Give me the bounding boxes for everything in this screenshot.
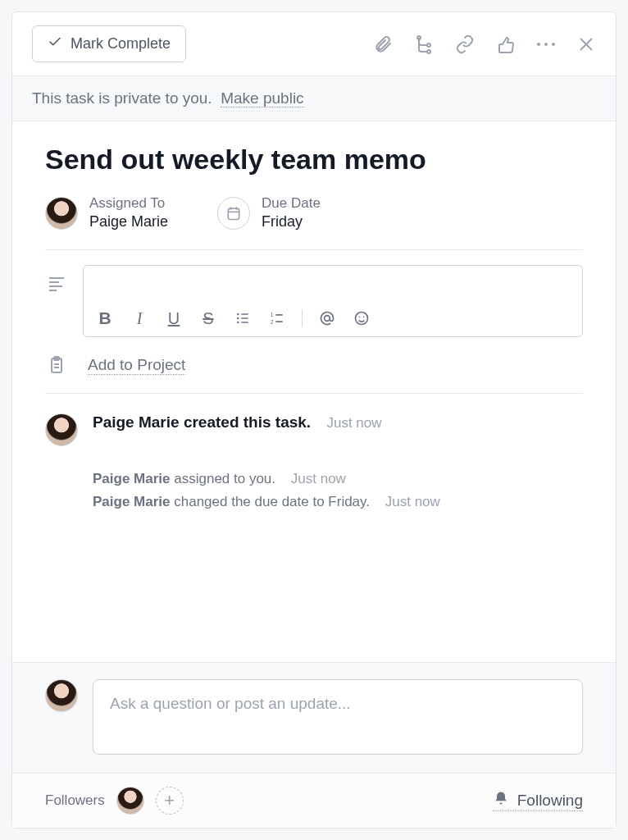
description-section: B I U S 12 [45,250,583,355]
activity-feed: Paige Marie created this task. Just now … [45,394,583,510]
add-to-project-link[interactable]: Add to Project [88,356,185,375]
toolbar-separator [302,309,303,327]
follower-avatar[interactable] [116,787,144,815]
project-section: Add to Project [45,355,583,394]
subtasks-icon[interactable] [414,34,434,54]
bold-button[interactable]: B [95,308,115,328]
underline-button[interactable]: U [164,308,184,328]
align-left-icon [45,265,68,293]
more-icon[interactable] [537,43,555,46]
following-toggle[interactable]: Following [493,790,583,811]
activity-sub-item: Paige Marie changed the due date to Frid… [93,494,583,510]
followers-label: Followers [45,792,105,809]
numbered-list-button[interactable]: 12 [267,308,287,328]
strikethrough-button[interactable]: S [198,308,218,328]
assignee-avatar [45,197,78,230]
svg-point-25 [359,317,361,318]
following-label: Following [517,792,583,810]
activity-item: Paige Marie created this task. Just now [45,413,583,446]
attachment-icon[interactable] [373,34,393,54]
task-title[interactable]: Send out weekly team memo [45,143,583,176]
check-icon [48,34,62,53]
activity-sub-item: Paige Marie assigned to you. Just now [93,471,583,487]
description-input[interactable] [84,266,582,302]
svg-text:1: 1 [271,312,274,317]
svg-text:2: 2 [271,319,274,325]
emoji-button[interactable] [352,308,371,328]
assigned-to-label: Assigned To [89,194,168,212]
link-icon[interactable] [455,34,475,54]
toolbar-actions [373,34,596,54]
task-toolbar: Mark Complete [12,12,616,76]
editor-toolbar: B I U S 12 [84,302,582,336]
assignee-name: Paige Marie [89,212,168,231]
italic-button[interactable]: I [130,308,149,328]
description-editor[interactable]: B I U S 12 [83,265,583,337]
clipboard-icon [45,355,68,375]
mark-complete-label: Mark Complete [71,35,171,52]
make-public-link[interactable]: Make public [221,89,303,107]
svg-rect-5 [228,208,239,219]
task-detail-panel: Mark Complete This task is privat [11,11,617,829]
followers-footer: Followers + Following [12,773,616,828]
task-body: Send out weekly team memo Assigned To Pa… [12,121,616,662]
activity-avatar [45,413,78,446]
svg-point-14 [237,317,239,320]
svg-point-0 [427,43,430,47]
add-follower-button[interactable]: + [156,787,184,815]
due-date-value: Friday [262,212,321,231]
assignee-field[interactable]: Assigned To Paige Marie [45,194,168,231]
activity-time: Just now [326,415,381,431]
privacy-text: This task is private to you. [32,89,212,107]
privacy-banner: This task is private to you. Make public [12,76,616,121]
comment-input[interactable] [93,679,583,755]
task-meta-row: Assigned To Paige Marie Due Date Friday [45,194,583,250]
activity-actor: Paige Marie [93,413,180,431]
svg-point-24 [356,313,368,325]
due-date-label: Due Date [262,194,321,212]
like-icon[interactable] [496,34,516,54]
svg-point-23 [325,316,330,322]
activity-sub-items: Paige Marie assigned to you. Just now Pa… [93,471,583,510]
svg-point-1 [427,50,430,53]
calendar-icon [217,197,250,230]
svg-point-26 [363,317,365,318]
svg-point-13 [237,313,239,316]
close-icon[interactable] [576,34,596,54]
due-date-field[interactable]: Due Date Friday [217,194,321,231]
mention-button[interactable] [317,308,337,328]
composer-avatar [45,679,78,712]
bell-icon [493,790,509,810]
mark-complete-button[interactable]: Mark Complete [32,25,186,62]
svg-point-15 [237,322,239,324]
bullet-list-button[interactable] [233,308,253,328]
comment-composer [12,662,616,773]
